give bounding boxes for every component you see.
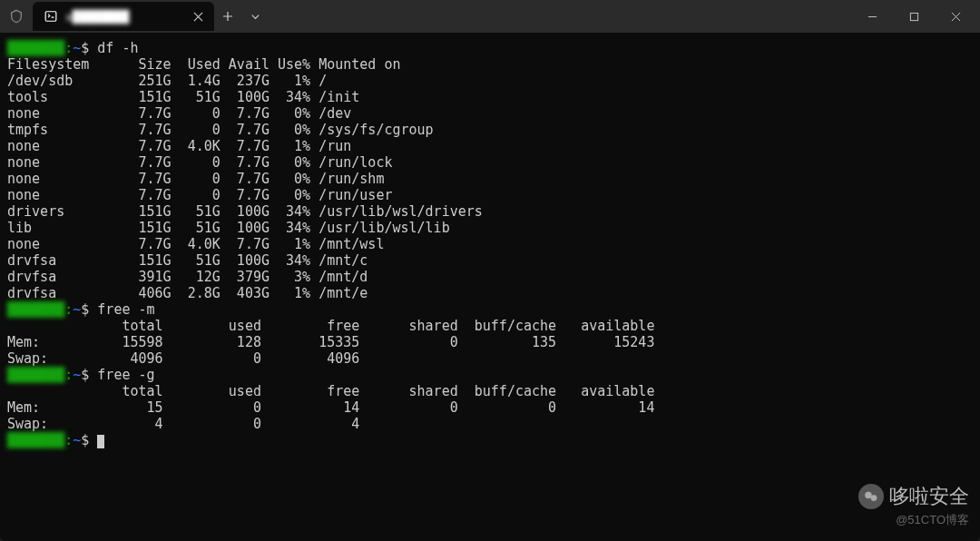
tab-title: x████████	[65, 10, 180, 24]
tab-dropdown-button[interactable]	[241, 3, 269, 30]
maximize-button[interactable]	[893, 0, 935, 33]
watermark-main: 哆啦安全	[858, 483, 969, 510]
watermark-text: 哆啦安全	[889, 483, 969, 510]
new-tab-button[interactable]	[214, 3, 241, 30]
tab-area: x████████	[4, 2, 851, 31]
minimize-button[interactable]	[851, 0, 893, 33]
svg-point-2	[865, 492, 872, 499]
titlebar: x████████	[0, 0, 980, 33]
watermark: 哆啦安全 @51CTO博客	[858, 483, 969, 528]
terminal-icon	[44, 9, 58, 24]
terminal-body[interactable]: ███████:~$ df -hFilesystem Size Used Ava…	[0, 33, 980, 541]
shield-icon	[5, 5, 27, 27]
tab-close-button[interactable]	[187, 5, 209, 27]
watermark-sub: @51CTO博客	[858, 512, 969, 528]
window-controls	[851, 0, 976, 33]
wechat-icon	[858, 484, 884, 509]
svg-point-3	[871, 495, 877, 501]
terminal-tab[interactable]: x████████	[33, 2, 214, 31]
close-button[interactable]	[935, 0, 976, 33]
svg-rect-0	[45, 12, 56, 22]
svg-rect-1	[910, 13, 917, 20]
